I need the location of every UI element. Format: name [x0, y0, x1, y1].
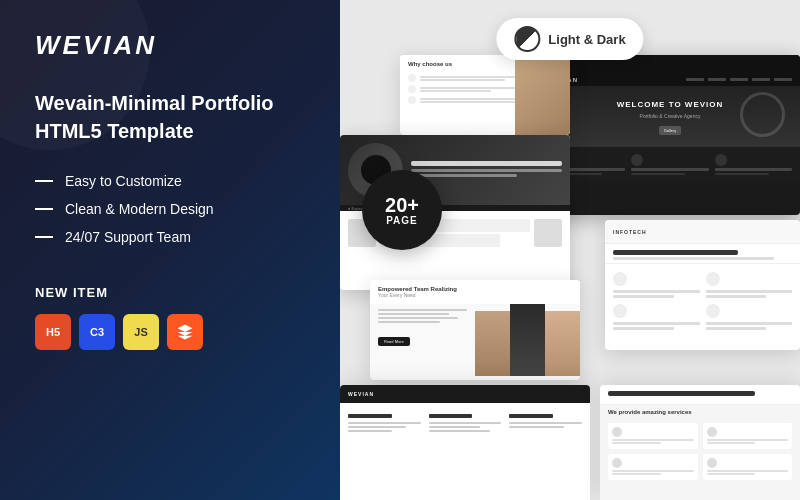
service-line-8 — [707, 473, 756, 475]
theme-toggle-label: Light & Dark — [548, 32, 625, 47]
why-dot-3 — [408, 96, 416, 104]
feature-sub-3 — [715, 173, 769, 175]
nav-item-4 — [752, 78, 770, 81]
services-title: We provide amazing services — [600, 405, 800, 417]
services-header — [600, 385, 800, 405]
feature-sub-2 — [631, 173, 685, 175]
feature-item-website — [613, 272, 700, 298]
product-title: Wevain-Minimal Portfolio HTML5 Template — [35, 89, 305, 145]
service-icon-4 — [707, 458, 717, 468]
service-line-5 — [612, 470, 694, 472]
feature-item-1: Easy to Customize — [35, 173, 305, 189]
product-sub-line-1 — [411, 169, 562, 172]
dash-icon-1 — [35, 180, 53, 182]
dash-icon-2 — [35, 208, 53, 210]
project-icon — [706, 304, 720, 318]
feature-line-5 — [613, 322, 700, 325]
feature-line-8 — [706, 327, 767, 330]
service-item-4 — [703, 454, 793, 480]
mockups-container: WEVIAN WELCOME TO WEVION Portfolio & Cre… — [340, 55, 800, 500]
html5-label: H5 — [46, 326, 60, 338]
new-item-badge: NEW ITEM — [35, 285, 305, 300]
feature-icon-3 — [715, 154, 727, 166]
feature-line-1 — [613, 290, 700, 293]
mockup-navbar: WEVIAN — [540, 73, 800, 87]
why-line-3b — [420, 101, 519, 103]
service-item-2 — [703, 423, 793, 449]
service-line-1 — [612, 439, 694, 441]
digital-icon — [613, 304, 627, 318]
footer-col-line-8 — [509, 426, 564, 428]
features-mockup: INFOTECH — [605, 220, 800, 350]
why-hands-image — [515, 55, 570, 135]
html5-badge: H5 — [35, 314, 71, 350]
why-line-2b — [420, 90, 491, 92]
footer-cols — [340, 408, 590, 440]
hero-subtitle: Portfolio & Creative Agency — [640, 113, 701, 119]
why-dot-2 — [408, 85, 416, 93]
team-people — [475, 304, 580, 376]
dark-theme-mockup: WEVIAN WELCOME TO WEVION Portfolio & Cre… — [540, 55, 800, 215]
feature-line-4 — [706, 295, 767, 298]
services-mockup: We provide amazing services — [600, 385, 800, 500]
features-header: INFOTECH — [605, 220, 800, 244]
footer-col-line-5 — [429, 426, 480, 428]
footer-col-line-4 — [429, 422, 502, 424]
why-dot-1 — [408, 74, 416, 82]
mockup-hero: WELCOME TO WEVION Portfolio & Creative A… — [540, 87, 800, 147]
product-title-line — [411, 161, 562, 166]
features-sub-line — [613, 257, 774, 260]
service-line-7 — [707, 470, 789, 472]
team-header: Empowered Team Realizing Your Every Need — [370, 280, 580, 304]
wheel-decoration — [740, 92, 785, 137]
css3-label: C3 — [90, 326, 104, 338]
footer-col-title-2 — [429, 414, 473, 418]
nav-item-2 — [708, 78, 726, 81]
feature-label-1: Easy to Customize — [65, 173, 182, 189]
brand-logo: WEVIAN — [35, 30, 305, 61]
product-text — [411, 161, 562, 179]
theme-toggle-button[interactable]: Light & Dark — [496, 18, 643, 60]
hero-title: WELCOME TO WEVION — [617, 100, 724, 109]
service-item-1 — [608, 423, 698, 449]
service-line-4 — [707, 442, 756, 444]
team-line-4 — [378, 321, 440, 323]
gallery-img-2 — [534, 219, 562, 247]
page-count-badge: 20+ PAGE — [362, 170, 442, 250]
team-subtitle: Your Every Need — [378, 292, 572, 298]
footer-col-line-3 — [348, 430, 392, 432]
feature-col-2 — [631, 154, 708, 175]
nav-item-5 — [774, 78, 792, 81]
page-label: PAGE — [386, 215, 418, 226]
box-badge — [167, 314, 203, 350]
feature-col-3 — [715, 154, 792, 175]
js-label: JS — [134, 326, 147, 338]
feature-text-3 — [715, 168, 792, 171]
main-container: WEVIAN Wevain-Minimal Portfolio HTML5 Te… — [0, 0, 800, 500]
footer-content — [340, 403, 590, 440]
team-text — [378, 309, 467, 323]
right-panel: Light & Dark 20+ PAGE WEVIAN — [340, 0, 800, 500]
team-person-1 — [475, 311, 510, 376]
footer-col-2 — [429, 414, 502, 434]
why-line-1b — [420, 79, 505, 81]
box-icon — [176, 323, 194, 341]
team-person-3 — [545, 311, 580, 376]
features-title-line — [613, 250, 738, 255]
product-sub-line-2 — [411, 174, 517, 177]
footer-col-title-1 — [348, 414, 392, 418]
feature-label-3: 24/07 Support Team — [65, 229, 191, 245]
website-icon — [613, 272, 627, 286]
service-line-3 — [707, 439, 789, 441]
why-choose-mockup: Why choose us — [400, 55, 570, 135]
team-left: Read More — [370, 304, 475, 376]
feature-label-2: Clean & Modern Design — [65, 201, 214, 217]
service-icon-1 — [612, 427, 622, 437]
service-icon-3 — [612, 458, 622, 468]
nav-item-1 — [686, 78, 704, 81]
feature-text-2 — [631, 168, 708, 171]
features-logo: INFOTECH — [613, 229, 647, 235]
left-panel: WEVIAN Wevain-Minimal Portfolio HTML5 Te… — [0, 0, 340, 500]
design-icon — [706, 272, 720, 286]
team-cta: Read More — [378, 337, 410, 346]
